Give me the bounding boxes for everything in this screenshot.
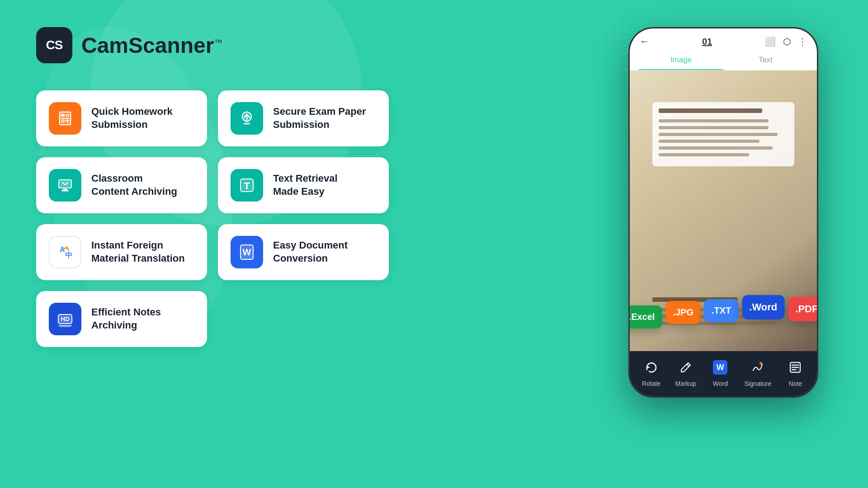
svg-rect-5 [61,120,65,121]
markup-icon [676,357,696,377]
classroom-icon-wrap [49,169,81,202]
right-panel: ← 01 ⬜ ⬡ ⋮ Image Text [606,27,841,461]
features-grid: Quick HomeworkSubmission Secure Exam Pap… [36,90,389,347]
translate-icon: A 中 [56,243,74,261]
phone-screen: ← 01 ⬜ ⬡ ⋮ Image Text [630,28,817,396]
phone-tabs: Image Text [630,51,817,70]
word-badge: W [713,360,727,375]
svg-rect-6 [61,122,65,122]
svg-text:T: T [244,180,250,192]
quick-homework-label: Quick HomeworkSubmission [91,105,173,131]
share-icon[interactable]: ⬡ [783,36,791,47]
svg-rect-2 [61,114,65,117]
book-line-4 [659,140,760,143]
svg-text:HD: HD [61,315,70,323]
rotate-label: Rotate [642,380,660,387]
secure-exam-icon-wrap [231,102,263,135]
logo: CS CamScanner™ [36,27,389,63]
tab-image[interactable]: Image [639,51,723,70]
text-retrieval-label: Text RetrievalMade Easy [273,172,338,198]
notes-label: Efficient NotesArchiving [91,306,161,332]
logo-icon: CS [36,27,72,63]
svg-rect-14 [61,190,69,192]
svg-text:中: 中 [65,251,72,259]
phone-action-icons: ⬜ ⬡ ⋮ [764,36,807,47]
book-heading-line [659,108,762,113]
book-line-5 [659,146,773,150]
svg-rect-3 [66,114,69,117]
svg-point-29 [760,362,762,365]
phone-toolbar: Rotate Markup W Word [630,351,817,396]
toolbar-rotate[interactable]: Rotate [642,357,661,387]
notes-icon-wrap: HD [49,303,81,335]
left-panel: CS CamScanner™ Quick [36,27,389,347]
text-retrieval-icon-wrap: T [231,169,263,202]
toolbar-note[interactable]: Note [785,357,805,387]
conversion-icon-wrap: W [231,236,263,268]
toolbar-word[interactable]: W Word [710,357,730,387]
word-toolbar-icon: W [710,357,730,377]
hd-icon: HD [56,310,74,328]
feature-card-notes[interactable]: HD Efficient NotesArchiving [36,291,207,347]
feature-card-secure-exam[interactable]: Secure Exam PaperSubmission [218,90,389,146]
feature-card-conversion[interactable]: W Easy DocumentConversion [218,224,389,280]
translation-label: Instant ForeignMaterial Translation [91,239,185,265]
book-line-3 [659,133,778,136]
markup-label: Markup [675,380,697,387]
feature-card-translation[interactable]: A 中 Instant ForeignMaterial Translation [36,224,207,280]
phone-topbar: ← 01 ⬜ ⬡ ⋮ [630,28,817,51]
badge-pdf: .PDF [788,297,817,321]
upload-icon [238,109,256,127]
quick-homework-icon-wrap [49,102,81,135]
svg-rect-27 [60,326,70,327]
svg-text:W: W [243,247,251,257]
secure-exam-label: Secure Exam PaperSubmission [273,105,366,131]
format-badges-container: .Excel .JPG .TXT .Word .PDF [630,300,817,324]
tab-text[interactable]: Text [723,51,808,70]
phone-back-button[interactable]: ← [640,36,650,47]
markup-svg [679,361,693,374]
crop-icon[interactable]: ⬜ [764,36,776,47]
book-line-2 [659,126,769,129]
signature-label: Signature [744,380,771,387]
phone-mockup: ← 01 ⬜ ⬡ ⋮ Image Text [628,27,818,398]
toolbar-markup[interactable]: Markup [675,357,697,387]
svg-rect-4 [61,118,69,119]
phone-doc-title: 01 [702,37,712,47]
svg-line-28 [687,364,689,366]
signature-svg [751,361,764,374]
translation-icon-wrap: A 中 [49,236,81,268]
rotate-icon [642,357,661,377]
book-line-6 [659,153,749,156]
svg-rect-15 [60,181,70,187]
calc-icon [56,109,74,127]
toolbar-signature[interactable]: Signature [744,357,771,387]
svg-rect-13 [63,189,67,190]
note-svg [788,361,802,374]
badge-word: .Word [742,295,784,319]
more-icon[interactable]: ⋮ [798,36,807,47]
word-label: Word [713,380,728,387]
badge-jpg: .JPG [665,301,701,324]
badge-excel: .Excel [630,305,662,328]
feature-card-classroom[interactable]: ClassroomContent Archiving [36,157,207,213]
conversion-label: Easy DocumentConversion [273,239,348,265]
book-text-block [652,102,794,166]
monitor-icon [56,176,74,194]
classroom-label: ClassroomContent Archiving [91,172,177,198]
feature-card-quick-homework[interactable]: Quick HomeworkSubmission [36,90,207,146]
word-icon: W [238,243,256,261]
note-icon [785,357,805,377]
signature-icon [748,357,768,377]
text-T-icon: T [238,176,256,194]
badge-txt: .TXT [704,299,738,322]
book-line-1 [659,119,769,122]
logo-name: CamScanner™ [81,33,222,58]
note-label: Note [789,380,802,387]
rotate-svg [645,361,658,374]
svg-rect-26 [58,325,72,326]
feature-card-text-retrieval[interactable]: T Text RetrievalMade Easy [218,157,389,213]
svg-text:A: A [60,246,65,253]
